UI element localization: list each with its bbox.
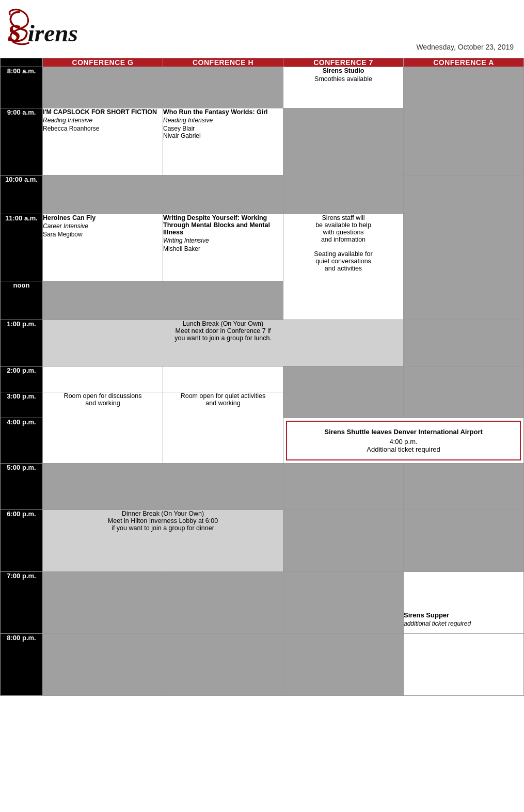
logo: irens S (5, 5, 124, 54)
cell-8am-g (43, 67, 163, 108)
cell-3pm-7 (283, 392, 404, 418)
shuttle-box: Sirens Shuttle leaves Denver Internation… (286, 421, 521, 460)
cell-1pm-lunch: Lunch Break (On Your Own)Meet next door … (43, 320, 404, 367)
conf-7-header: CONFERENCE 7 (283, 58, 404, 67)
table-row: 10:00 a.m. (1, 176, 524, 214)
time-cell-10am: 10:00 a.m. (1, 176, 43, 214)
cell-8pm-g (43, 634, 163, 696)
date-label: Wednesday, October 23, 2019 (416, 43, 514, 54)
table-row: 7:00 p.m. Sirens Supper additional ticke… (1, 572, 524, 634)
table-row: 8:00 a.m. Sirens Studio Smoothies availa… (1, 67, 524, 108)
cell-9am-a (404, 108, 524, 176)
cell-10am-h (163, 176, 283, 214)
table-row: 8:00 p.m. (1, 634, 524, 696)
cell-noon-h (163, 281, 283, 320)
heroines-presenter: Sara Megibow (43, 231, 163, 238)
shuttle-ticket: Additional ticket required (292, 445, 515, 453)
table-row: 6:00 p.m. Dinner Break (On Your Own)Meet… (1, 510, 524, 572)
table-row: 1:00 p.m. Lunch Break (On Your Own)Meet … (1, 320, 524, 367)
cell-8am-h (163, 67, 283, 108)
cell-5pm-7 (283, 464, 404, 510)
room-discussion-text: Room open for discussionsand working (43, 392, 163, 407)
studio-sub: Smoothies available (283, 75, 403, 83)
cell-2pm-h (163, 367, 283, 392)
dinner-text: Dinner Break (On Your Own)Meet in Hilton… (43, 510, 283, 532)
cell-5pm-g (43, 464, 163, 510)
svg-text:irens: irens (28, 20, 78, 46)
supper-sub: additional ticket required (404, 620, 523, 627)
table-row: 2:00 p.m. (1, 367, 524, 392)
cell-noon-g (43, 281, 163, 320)
cell-noon-a (404, 281, 524, 320)
capslock-presenter: Rebecca Roanhorse (43, 125, 163, 132)
table-row: 9:00 a.m. I'M CAPSLOCK FOR SHORT FICTION… (1, 108, 524, 176)
fantasy-type: Reading Intensive (163, 117, 283, 124)
time-cell-4pm: 4:00 p.m. (1, 418, 43, 464)
writing-presenter: Mishell Baker (163, 245, 283, 252)
fantasy-presenter1: Casey Blair (163, 125, 283, 132)
staff-line3: with questions (283, 229, 403, 236)
fantasy-presenter2: Nivair Gabriel (163, 132, 283, 139)
supper-title: Sirens Supper (404, 611, 523, 619)
cell-8pm-h (163, 634, 283, 696)
cell-8pm-a (404, 634, 524, 696)
time-cell-9am: 9:00 a.m. (1, 108, 43, 176)
studio-title: Sirens Studio (283, 67, 403, 74)
cell-2pm-7 (283, 367, 404, 392)
time-cell-3pm: 3:00 p.m. (1, 392, 43, 418)
cell-8pm-7 (283, 634, 404, 696)
cell-11am-h: Writing Despite Yourself: Working Throug… (163, 214, 283, 281)
cell-6pm-dinner: Dinner Break (On Your Own)Meet in Hilton… (43, 510, 283, 572)
heroines-title: Heroines Can Fly (43, 214, 163, 221)
time-cell-2pm: 2:00 p.m. (1, 367, 43, 392)
time-cell-6pm: 6:00 p.m. (1, 510, 43, 572)
capslock-title: I'M CAPSLOCK FOR SHORT FICTION (43, 108, 163, 116)
staff-line1: Sirens staff will (283, 214, 403, 221)
seating-line2: quiet conversations (283, 258, 403, 265)
header-row: CONFERENCE G CONFERENCE H CONFERENCE 7 C… (1, 58, 524, 67)
capslock-type: Reading Intensive (43, 117, 163, 124)
cell-7pm-a: Sirens Supper additional ticket required (404, 572, 524, 634)
cell-3pm-a (404, 392, 524, 418)
svg-text:S: S (8, 20, 21, 46)
cell-10am-a (404, 176, 524, 214)
writing-type: Writing Intensive (163, 237, 283, 244)
conf-a-header: CONFERENCE A (404, 58, 524, 67)
cell-5pm-a (404, 464, 524, 510)
staff-line4: and information (283, 236, 403, 243)
schedule-table: CONFERENCE G CONFERENCE H CONFERENCE 7 C… (0, 58, 524, 696)
cell-9am-h: Who Run the Fantasy Worlds: Girl Reading… (163, 108, 283, 176)
cell-5pm-h (163, 464, 283, 510)
time-cell-8am: 8:00 a.m. (1, 67, 43, 108)
page-header: irens S Wednesday, October 23, 2019 (0, 0, 524, 58)
cell-6pm-7 (283, 510, 404, 572)
table-row: noon (1, 281, 524, 320)
time-cell-1pm: 1:00 p.m. (1, 320, 43, 367)
cell-1pm-a (404, 320, 524, 367)
cell-4pm-shuttle: Sirens Shuttle leaves Denver Internation… (283, 418, 524, 464)
staff-line2: be available to help (283, 221, 403, 229)
cell-7pm-7 (283, 572, 404, 634)
seating-line3: and activities (283, 265, 403, 272)
room-quiet-text: Room open for quiet activitiesand workin… (163, 392, 283, 407)
time-cell-8pm: 8:00 p.m. (1, 634, 43, 696)
fantasy-title: Who Run the Fantasy Worlds: Girl (163, 108, 283, 116)
cell-10am-g (43, 176, 163, 214)
time-cell-noon: noon (1, 281, 43, 320)
conf-h-header: CONFERENCE H (163, 58, 283, 67)
cell-9am-g: I'M CAPSLOCK FOR SHORT FICTION Reading I… (43, 108, 163, 176)
cell-8am-7: Sirens Studio Smoothies available (283, 67, 404, 108)
time-cell-11am: 11:00 a.m. (1, 214, 43, 281)
shuttle-title: Sirens Shuttle leaves Denver Internation… (292, 428, 515, 436)
heroines-type: Career Intensive (43, 222, 163, 230)
writing-title: Writing Despite Yourself: Working Throug… (163, 214, 283, 236)
cell-3pm-h: Room open for quiet activitiesand workin… (163, 392, 283, 464)
cell-2pm-a (404, 367, 524, 392)
time-cell-5pm: 5:00 p.m. (1, 464, 43, 510)
time-cell-7pm: 7:00 p.m. (1, 572, 43, 634)
cell-7pm-h (163, 572, 283, 634)
cell-6pm-a (404, 510, 524, 572)
table-row: 11:00 a.m. Heroines Can Fly Career Inten… (1, 214, 524, 281)
time-header-cell (1, 58, 43, 67)
lunch-text: Lunch Break (On Your Own)Meet next door … (43, 320, 403, 342)
